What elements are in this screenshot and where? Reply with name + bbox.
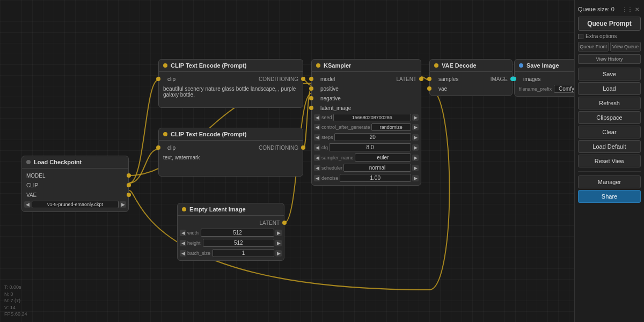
batch-next-btn[interactable]: ▶	[275, 250, 282, 257]
denoise-row: ◀ denoise 1.00 ▶	[312, 173, 421, 183]
vae-samples-row: samples IMAGE	[430, 74, 512, 84]
denoise-next-btn[interactable]: ▶	[412, 175, 419, 181]
port-vae-in[interactable]	[427, 86, 431, 91]
control-label: control_after_generate	[321, 125, 370, 130]
port-clip-out[interactable]	[127, 183, 131, 187]
stat-fps: FPS:60.24	[4, 311, 27, 318]
node-vae-decode-title: VAE Decode	[442, 62, 477, 69]
clip2-in-label: clip	[163, 145, 175, 151]
seed-prev-btn[interactable]: ◀	[314, 114, 320, 121]
extra-options-checkbox[interactable]	[578, 34, 583, 39]
control-next-btn[interactable]: ▶	[412, 124, 419, 130]
port-clip2-out[interactable]	[301, 145, 305, 150]
steps-next-btn[interactable]: ▶	[412, 134, 419, 141]
node-clip-text-1: CLIP Text Encode (Prompt) clip CONDITION…	[158, 59, 303, 108]
latent-out-row: LATENT	[178, 218, 284, 228]
port-clip1-in[interactable]	[156, 77, 160, 81]
sampler-next-btn[interactable]: ▶	[412, 155, 419, 161]
sidebar-divider	[578, 171, 641, 172]
steps-row: ◀ steps 20 ▶	[312, 132, 421, 142]
batch-prev-btn[interactable]: ◀	[180, 250, 186, 257]
manager-button[interactable]: Manager	[578, 175, 641, 188]
seed-label: seed	[321, 115, 332, 120]
width-label: width	[187, 230, 199, 236]
height-prev-btn[interactable]: ◀	[180, 240, 186, 246]
canvas-area[interactable]: Load Checkpoint MODEL CLIP VAE ◀ v1-5-pr…	[0, 0, 574, 322]
port-clip1-out[interactable]	[301, 77, 305, 81]
node-title: Load Checkpoint	[34, 159, 82, 165]
stat-n: N: 0	[4, 291, 27, 298]
port-vae-samples[interactable]	[427, 77, 431, 81]
reset-view-button[interactable]: Reset View	[578, 155, 641, 167]
node-dot	[26, 160, 31, 164]
grid-icon[interactable]: ⋮⋮	[624, 5, 631, 13]
load-button[interactable]: Load	[578, 82, 641, 95]
clip1-text[interactable]: beautiful scenery nature glass bottle la…	[159, 84, 303, 105]
queue-prompt-button[interactable]: Queue Prompt	[578, 17, 641, 31]
share-button[interactable]: Share	[578, 190, 641, 203]
denoise-value: 1.00	[340, 174, 411, 182]
stat-n7: N: 7 (7)	[4, 297, 27, 304]
ksampler-positive-label: positive	[316, 86, 339, 92]
ksampler-model-label: model	[316, 76, 335, 82]
height-next-btn[interactable]: ▶	[275, 240, 282, 246]
cfg-value: 8.0	[329, 143, 411, 151]
port-save-in[interactable]	[512, 77, 516, 81]
vae-image-out: IMAGE	[491, 76, 508, 82]
port-vae-out[interactable]	[127, 193, 131, 197]
ksampler-latent-out: LATENT	[396, 76, 416, 82]
queue-icons: ⋮⋮ ✕	[624, 5, 641, 13]
clip2-text[interactable]: text, watermark	[159, 152, 303, 174]
ckpt-prev-btn[interactable]: ◀	[24, 201, 31, 208]
port-ksampler-negative[interactable]	[309, 96, 313, 100]
latent-out-label: LATENT	[259, 220, 280, 226]
sub-buttons-row: Queue Front View Queue	[578, 42, 641, 52]
scheduler-row: ◀ scheduler normal ▶	[312, 163, 421, 173]
width-prev-btn[interactable]: ◀	[180, 230, 186, 236]
clip2-out-label: CONDITIONING	[259, 145, 298, 151]
node-empty-latent: Empty Latent Image LATENT ◀ width 512 ▶ …	[177, 203, 284, 261]
node-dot-ksampler	[316, 63, 320, 68]
scheduler-prev-btn[interactable]: ◀	[314, 165, 320, 171]
control-value: randomize	[371, 123, 411, 131]
refresh-button[interactable]: Refresh	[578, 97, 641, 109]
node-dot-latent	[182, 207, 186, 211]
save-button[interactable]: Save	[578, 68, 641, 80]
control-prev-btn[interactable]: ◀	[314, 124, 320, 130]
view-queue-button[interactable]: View Queue	[610, 42, 641, 52]
queue-front-button[interactable]: Queue Front	[578, 42, 609, 52]
denoise-prev-btn[interactable]: ◀	[314, 175, 320, 181]
port-clip2-in[interactable]	[156, 145, 160, 150]
clipspace-button[interactable]: Clipspace	[578, 111, 641, 124]
port-ksampler-model[interactable]	[309, 77, 313, 81]
vae-samples-label: samples	[434, 76, 458, 82]
port-ksampler-positive[interactable]	[309, 86, 313, 91]
port-ksampler-out[interactable]	[419, 77, 423, 81]
cfg-prev-btn[interactable]: ◀	[314, 144, 320, 151]
node-vae-decode: VAE Decode samples IMAGE vae	[429, 59, 513, 96]
node-clip1-header: CLIP Text Encode (Prompt)	[159, 60, 303, 72]
height-value: 512	[203, 239, 274, 247]
seed-next-btn[interactable]: ▶	[412, 114, 419, 121]
sampler-name-row: ◀ sampler_name euler ▶	[312, 152, 421, 163]
port-ksampler-latent[interactable]	[309, 106, 313, 110]
batch-size-row: ◀ batch_size 1 ▶	[178, 248, 284, 258]
steps-prev-btn[interactable]: ◀	[314, 134, 320, 141]
view-history-button[interactable]: View History	[578, 54, 641, 64]
width-next-btn[interactable]: ▶	[275, 230, 282, 236]
vae-vae-row: vae	[430, 84, 512, 93]
ckpt-next-btn[interactable]: ▶	[120, 201, 126, 208]
height-row: ◀ height 512 ▶	[178, 238, 284, 248]
extra-options-row: Extra options	[578, 32, 641, 40]
output-clip-label: CLIP	[26, 182, 38, 188]
scheduler-next-btn[interactable]: ▶	[412, 165, 419, 171]
node-ksampler-header: KSampler	[312, 60, 421, 72]
sampler-prev-btn[interactable]: ◀	[314, 155, 320, 161]
port-latent-out[interactable]	[282, 221, 287, 225]
cfg-next-btn[interactable]: ▶	[412, 144, 419, 151]
clear-button[interactable]: Clear	[578, 126, 641, 138]
close-icon[interactable]: ✕	[633, 5, 641, 13]
port-model-out[interactable]	[127, 173, 131, 178]
load-default-button[interactable]: Load Default	[578, 140, 641, 153]
clip1-in-label: clip	[163, 76, 175, 82]
